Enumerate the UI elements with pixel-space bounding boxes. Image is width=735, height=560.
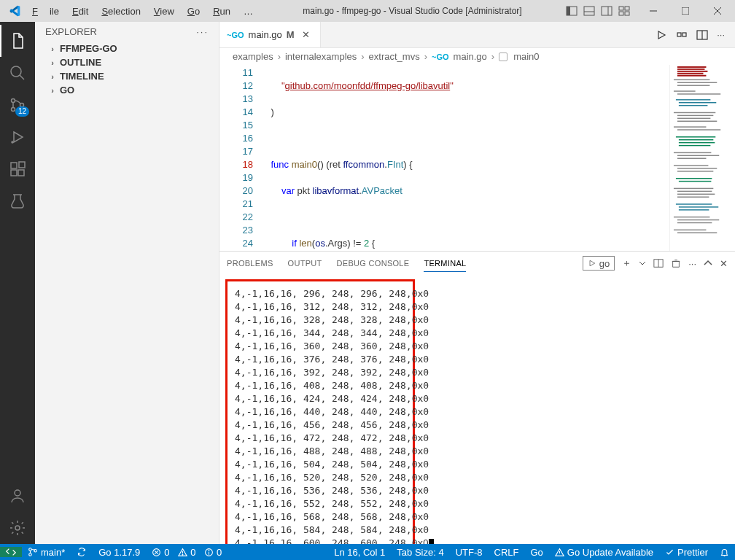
explorer-icon[interactable] xyxy=(0,25,35,57)
tab-debug-console[interactable]: DEBUG CONSOLE xyxy=(337,254,410,272)
encoding[interactable]: UTF-8 xyxy=(450,547,489,558)
sync-changes[interactable] xyxy=(71,547,93,557)
language-mode[interactable]: Go xyxy=(524,547,548,558)
tab-output[interactable]: OUTPUT xyxy=(288,254,322,272)
folder-ffmpeg-go[interactable]: ›FFMPEG-GO xyxy=(35,42,219,55)
window-close[interactable] xyxy=(703,1,732,21)
run-debug-icon[interactable] xyxy=(0,121,35,153)
explorer-more-icon[interactable]: ··· xyxy=(196,26,209,37)
svg-rect-58 xyxy=(677,155,719,156)
toggle-panel-icon[interactable] xyxy=(583,5,595,17)
problems-summary[interactable]: 0 0 0 xyxy=(146,547,228,558)
svg-line-16 xyxy=(20,75,24,79)
section-go[interactable]: ›GO xyxy=(35,83,219,97)
svg-rect-25 xyxy=(19,162,25,168)
customize-layout-icon[interactable] xyxy=(618,5,630,17)
cursor-position[interactable]: Ln 16, Col 1 xyxy=(328,547,391,558)
svg-rect-51 xyxy=(674,126,707,127)
svg-rect-40 xyxy=(677,82,717,83)
close-panel-icon[interactable]: ✕ xyxy=(720,258,728,269)
svg-rect-39 xyxy=(674,79,709,80)
svg-point-27 xyxy=(15,490,20,496)
terminal-output: 4,-1,16,16, 296, 248, 296, 248,0x0 4,-1,… xyxy=(225,279,415,544)
svg-rect-9 xyxy=(619,12,623,15)
svg-rect-65 xyxy=(674,188,713,189)
terminal-dropdown-icon[interactable] xyxy=(639,260,646,267)
svg-rect-1 xyxy=(567,7,570,15)
svg-rect-22 xyxy=(11,163,17,168)
terminal-task-selector[interactable]: go xyxy=(583,256,615,271)
toggle-secondary-sidebar-icon[interactable] xyxy=(601,5,612,17)
kill-terminal-icon[interactable] xyxy=(671,258,681,268)
prettier-status[interactable]: Prettier xyxy=(659,547,714,558)
remote-indicator[interactable] xyxy=(0,547,22,557)
svg-rect-70 xyxy=(679,206,718,207)
git-branch[interactable]: main* xyxy=(22,547,71,558)
svg-rect-72 xyxy=(674,217,709,217)
tab-filename: main.go xyxy=(249,29,282,40)
go-update[interactable]: Go Update Available xyxy=(549,547,659,558)
menu-more[interactable]: … xyxy=(238,4,259,19)
search-icon[interactable] xyxy=(0,57,35,89)
menu-file[interactable]: File xyxy=(26,4,65,19)
settings-gear-icon[interactable] xyxy=(0,512,35,544)
menu-go[interactable]: Go xyxy=(182,4,206,19)
svg-marker-77 xyxy=(590,260,595,266)
tab-problems[interactable]: PROBLEMS xyxy=(227,254,273,272)
extensions-icon[interactable] xyxy=(0,153,35,185)
svg-rect-49 xyxy=(677,118,710,119)
menu-edit[interactable]: Edit xyxy=(66,4,94,19)
menu-run[interactable]: Run xyxy=(207,4,236,19)
split-terminal-icon[interactable] xyxy=(653,258,664,268)
maximize-panel-icon[interactable] xyxy=(704,259,712,268)
eol[interactable]: CRLF xyxy=(489,547,525,558)
minimap[interactable] xyxy=(669,65,735,251)
section-timeline[interactable]: ›TIMELINE xyxy=(35,69,219,83)
menu-selection[interactable]: Selection xyxy=(96,4,146,19)
symbol-icon xyxy=(499,52,508,61)
go-file-icon: ~GO xyxy=(227,31,244,39)
svg-rect-55 xyxy=(679,142,715,143)
window-maximize[interactable] xyxy=(671,1,700,21)
svg-point-28 xyxy=(15,526,20,530)
panel: PROBLEMS OUTPUT DEBUG CONSOLE TERMINAL g… xyxy=(219,251,735,544)
tab-terminal[interactable]: TERMINAL xyxy=(424,254,466,272)
split-editor-icon[interactable] xyxy=(696,29,708,41)
breadcrumb[interactable]: examples› internalexamples› extract_mvs›… xyxy=(219,48,735,65)
run-code-icon[interactable] xyxy=(656,29,667,41)
tab-close-icon[interactable]: ✕ xyxy=(299,29,313,40)
new-terminal-icon[interactable]: ＋ xyxy=(622,257,631,270)
svg-point-80 xyxy=(29,548,32,551)
svg-rect-57 xyxy=(674,152,711,153)
debug-icon[interactable] xyxy=(676,29,688,41)
svg-rect-56 xyxy=(679,145,711,146)
panel-more-icon[interactable]: ··· xyxy=(688,258,696,269)
menu-view[interactable]: View xyxy=(148,4,180,19)
go-version[interactable]: Go 1.17.9 xyxy=(93,547,146,558)
section-outline[interactable]: ›OUTLINE xyxy=(35,55,219,69)
notifications-icon[interactable] xyxy=(714,548,735,557)
svg-rect-64 xyxy=(679,181,712,182)
scm-badge: 12 xyxy=(15,106,29,117)
panel-tabs: PROBLEMS OUTPUT DEBUG CONSOLE TERMINAL g… xyxy=(219,252,735,275)
window-minimize[interactable] xyxy=(639,1,668,21)
testing-icon[interactable] xyxy=(0,185,35,217)
svg-rect-62 xyxy=(677,171,713,171)
accounts-icon[interactable] xyxy=(0,480,35,512)
code-content[interactable]: "github.com/moonfdd/ffmpeg-go/libavutil"… xyxy=(260,65,669,251)
editor-more-icon[interactable]: ··· xyxy=(717,29,725,40)
window-title: main.go - ffmpeg-go - Visual Studio Code… xyxy=(259,6,566,16)
svg-rect-50 xyxy=(677,121,717,122)
svg-rect-76 xyxy=(677,233,717,233)
tab-main-go[interactable]: ~GO main.go M ✕ xyxy=(219,22,321,47)
activity-bar: 12 xyxy=(0,22,35,544)
terminal-body[interactable]: 4,-1,16,16, 296, 248, 296, 248,0x0 4,-1,… xyxy=(219,275,735,544)
svg-rect-67 xyxy=(677,194,715,195)
code-editor[interactable]: 11 12 13 14 15 16 17 18 19 20 21 22 23 2… xyxy=(219,65,735,251)
svg-rect-59 xyxy=(677,158,707,159)
source-control-icon[interactable]: 12 xyxy=(0,89,35,121)
svg-rect-48 xyxy=(677,115,713,116)
indentation[interactable]: Tab Size: 4 xyxy=(391,547,449,558)
toggle-primary-sidebar-icon[interactable] xyxy=(566,5,578,17)
tab-bar: ~GO main.go M ✕ ··· xyxy=(219,22,735,48)
